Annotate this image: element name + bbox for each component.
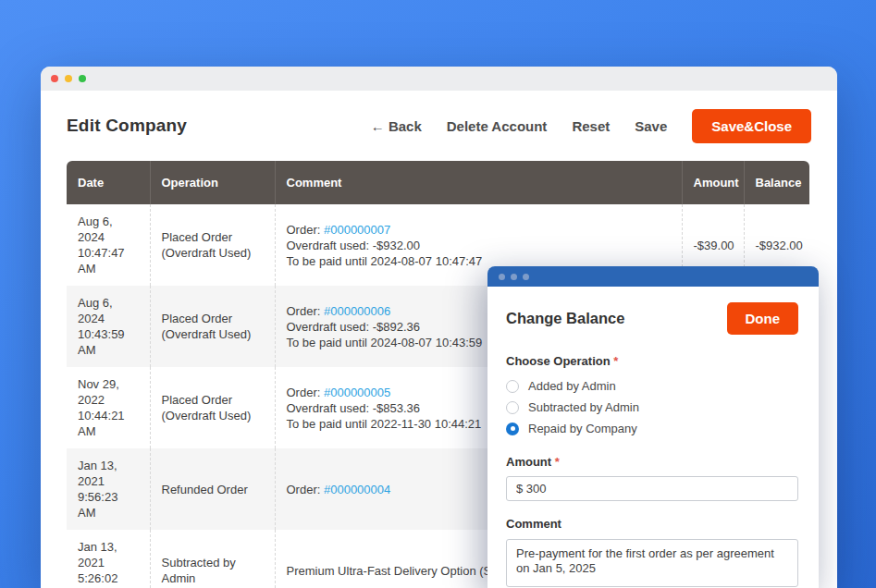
choose-operation-label: Choose Operation * (506, 354, 798, 368)
reset-button[interactable]: Reset (572, 118, 610, 134)
cell-date: Nov 29, 202210:44:21 AM (67, 367, 150, 448)
operation-radio-group: Added by AdminSubtracted by AdminRepaid … (506, 375, 798, 439)
traffic-light-close-icon[interactable] (51, 75, 58, 82)
modal-titlebar (487, 266, 819, 287)
done-button[interactable]: Done (727, 302, 799, 335)
cell-operation: Refunded Order (150, 448, 275, 530)
column-header-balance[interactable]: Balance (744, 161, 809, 204)
modal-window-dot-icon (499, 274, 505, 280)
cell-operation: Subtracted by Admin (150, 530, 275, 588)
order-link[interactable]: #000000006 (324, 304, 390, 318)
cell-operation: Placed Order (Overdraft Used) (150, 286, 275, 367)
required-asterisk: * (613, 354, 618, 368)
cell-operation: Placed Order (Overdraft Used) (150, 367, 275, 448)
traffic-light-maximize-icon[interactable] (79, 75, 86, 82)
page-title: Edit Company (67, 116, 187, 136)
amount-input[interactable] (506, 476, 798, 501)
radio-option-repaid-by-company[interactable]: Repaid by Company (506, 418, 798, 439)
order-link[interactable]: #000000007 (324, 223, 390, 237)
cell-operation: Placed Order (Overdraft Used) (150, 204, 275, 286)
modal-window-dot-icon (523, 274, 529, 280)
amount-label: Amount * (506, 455, 798, 469)
modal-window-dot-icon (511, 274, 517, 280)
window-titlebar (41, 67, 837, 91)
radio-option-label: Added by Admin (528, 379, 616, 393)
cell-date: Aug 6, 202410:43:59 AM (67, 286, 150, 367)
table-header: Date Operation Comment Amount Balance (67, 161, 809, 204)
radio-selected-icon[interactable] (506, 423, 519, 435)
comment-label: Comment (506, 517, 798, 531)
cell-date: Jan 13, 20215:26:02 AM (67, 530, 150, 588)
save-and-close-button[interactable]: Save&Close (692, 109, 811, 143)
radio-option-added-by-admin[interactable]: Added by Admin (506, 375, 798, 397)
cell-date: Aug 6, 202410:47:47 AM (67, 204, 150, 286)
arrow-left-icon: ← (371, 118, 385, 134)
column-header-date[interactable]: Date (67, 161, 150, 204)
radio-option-label: Repaid by Company (528, 422, 637, 435)
column-header-comment[interactable]: Comment (275, 161, 682, 204)
comment-textarea[interactable]: Pre-payment for the first order as per a… (506, 539, 798, 587)
column-header-amount[interactable]: Amount (682, 161, 744, 204)
modal-title: Change Balance (506, 310, 624, 327)
header-actions: ← Back Delete Account Reset Save Save&Cl… (371, 109, 811, 143)
back-button[interactable]: ← Back (371, 118, 422, 134)
change-balance-modal: Change Balance Done Choose Operation * A… (487, 266, 819, 588)
order-link[interactable]: #000000004 (324, 483, 390, 496)
delete-account-button[interactable]: Delete Account (447, 118, 548, 134)
page-header: Edit Company ← Back Delete Account Reset… (41, 105, 837, 146)
cell-date: Jan 13, 20219:56:23 AM (67, 448, 150, 530)
required-asterisk: * (555, 455, 560, 469)
radio-unselected-icon[interactable] (506, 380, 519, 393)
order-link[interactable]: #000000005 (324, 386, 390, 399)
radio-unselected-icon[interactable] (506, 401, 519, 414)
traffic-light-minimize-icon[interactable] (65, 75, 72, 82)
column-header-operation[interactable]: Operation (150, 161, 275, 204)
radio-option-subtracted-by-admin[interactable]: Subtracted by Admin (506, 397, 798, 418)
radio-option-label: Subtracted by Admin (528, 400, 639, 414)
save-button[interactable]: Save (635, 118, 667, 134)
